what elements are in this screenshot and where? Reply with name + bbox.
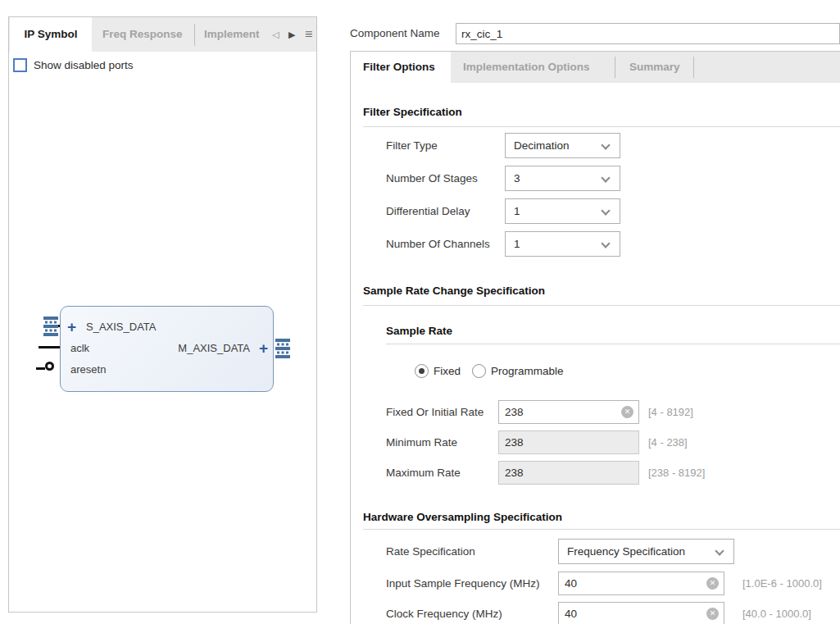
subsection-sample-rate: Sample Rate (386, 325, 452, 337)
differential-delay-select[interactable]: 1 (505, 198, 620, 224)
tab-implementation-details[interactable]: Implement (196, 17, 268, 52)
differential-delay-value: 1 (514, 205, 520, 217)
section-rule (363, 305, 840, 306)
tab-list-menu-icon[interactable]: ≡ (305, 17, 312, 52)
minimum-rate-label: Minimum Rate (386, 436, 457, 449)
rate-specification-select[interactable]: Frequency Specification (558, 539, 734, 564)
component-name-input[interactable] (456, 23, 840, 44)
sample-rate-fixed-label: Fixed (434, 365, 461, 377)
tab-scroll-left-icon[interactable]: ◁ (272, 17, 279, 52)
aresetn-invert-bubble-icon (45, 362, 54, 371)
port-m-axis-data: M_AXIS_DATA (178, 342, 250, 354)
chevron-down-icon (601, 206, 610, 215)
minimum-rate-input (498, 430, 639, 454)
tab-separator (615, 57, 615, 78)
show-disabled-ports-label: Show disabled ports (34, 59, 134, 71)
tab-separator (693, 57, 694, 78)
aresetn-pin-stub[interactable] (36, 367, 45, 370)
filter-type-label: Filter Type (386, 139, 438, 152)
tab-scroll-right-icon[interactable]: ▶ (288, 17, 295, 52)
sample-rate-programmable-label: Programmable (491, 365, 564, 377)
filter-type-value: Decimation (514, 139, 570, 152)
port-aclk: aclk (70, 342, 89, 354)
number-of-channels-label: Number Of Channels (386, 238, 490, 250)
filter-type-select[interactable]: Decimation (505, 133, 620, 158)
differential-delay-label: Differential Delay (386, 205, 470, 217)
chevron-down-icon (601, 173, 610, 182)
tab-summary[interactable]: Summary (617, 52, 692, 83)
section-rule (363, 126, 840, 127)
range-hint: [238 - 8192] (648, 467, 705, 479)
number-of-stages-label: Number Of Stages (386, 172, 478, 184)
m-axis-expand-plus-icon[interactable]: + (259, 340, 268, 356)
range-hint: [1.0E-6 - 1000.0] (742, 577, 822, 590)
number-of-channels-value: 1 (514, 238, 520, 250)
fixed-or-initial-rate-input[interactable] (498, 400, 639, 424)
axi-bus-interface-icon[interactable] (275, 339, 290, 358)
clock-frequency-label: Clock Frequency (MHz) (386, 608, 502, 620)
configuration-panel: Filter Options Implementation Options Su… (350, 51, 840, 624)
s-axis-expand-plus-icon[interactable]: + (67, 319, 76, 335)
section-rule (363, 529, 840, 530)
chevron-down-icon (601, 239, 610, 248)
rate-specification-label: Rate Specification (386, 545, 475, 558)
range-hint: [40.0 - 1000.0] (742, 608, 811, 620)
number-of-stages-value: 3 (514, 172, 520, 184)
clear-input-icon[interactable]: ✕ (706, 577, 719, 590)
show-disabled-ports-checkbox[interactable] (13, 58, 27, 72)
clock-frequency-input[interactable] (558, 602, 724, 624)
chevron-down-icon (601, 140, 610, 149)
left-tab-strip: IP Symbol Freq Response Implement ◁ ▶ ≡ (9, 17, 316, 52)
number-of-channels-select[interactable]: 1 (505, 231, 620, 257)
port-s-axis-data: S_AXIS_DATA (86, 321, 157, 333)
maximum-rate-label: Maximum Rate (386, 467, 461, 479)
range-hint: [4 - 238] (648, 436, 688, 449)
right-tab-strip: Filter Options Implementation Options Su… (351, 52, 840, 83)
tab-separator (194, 24, 195, 46)
component-name-label: Component Name (350, 27, 440, 39)
subsection-rule (386, 344, 840, 344)
ip-symbol-panel: IP Symbol Freq Response Implement ◁ ▶ ≡ … (8, 16, 317, 613)
maximum-rate-input (498, 461, 639, 485)
tab-implementation-options[interactable]: Implementation Options (451, 52, 602, 83)
ip-symbol-block: + S_AXIS_DATA aclk aresetn M_AXIS_DATA + (60, 306, 274, 392)
tab-freq-response[interactable]: Freq Response (94, 17, 194, 52)
fixed-or-initial-rate-label: Fixed Or Initial Rate (386, 406, 484, 418)
number-of-stages-select[interactable]: 3 (505, 166, 620, 191)
rate-specification-value: Frequency Specification (567, 545, 685, 558)
sample-rate-fixed-radio[interactable] (415, 364, 429, 378)
section-sample-rate-change: Sample Rate Change Specification (363, 285, 545, 297)
input-sample-frequency-input[interactable] (558, 572, 724, 595)
clear-input-icon[interactable]: ✕ (621, 406, 633, 418)
tab-filter-options[interactable]: Filter Options (351, 52, 451, 83)
clear-input-icon[interactable]: ✕ (706, 608, 719, 620)
range-hint: [4 - 8192] (648, 406, 693, 418)
aclk-pin-stub[interactable] (39, 346, 60, 348)
section-hardware-oversampling: Hardware Oversampling Specification (363, 511, 562, 523)
port-aresetn: aresetn (70, 363, 106, 376)
axi-bus-interface-icon[interactable] (43, 317, 58, 336)
chevron-down-icon (715, 546, 724, 555)
section-filter-specification: Filter Specification (363, 106, 462, 118)
sample-rate-programmable-radio[interactable] (472, 364, 486, 378)
input-sample-frequency-label: Input Sample Frequency (MHz) (386, 577, 540, 590)
tab-ip-symbol[interactable]: IP Symbol (10, 17, 92, 52)
